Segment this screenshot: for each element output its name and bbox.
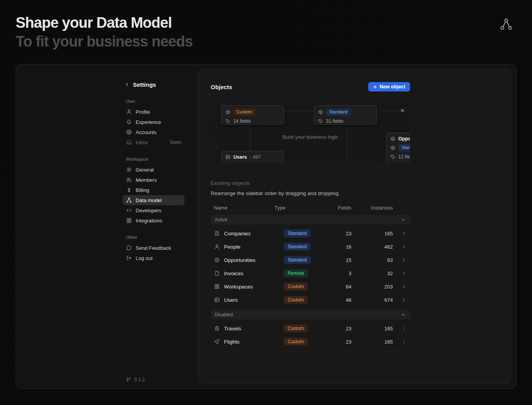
column-fields: Fields: [328, 205, 351, 211]
objects-title: Objects: [211, 84, 232, 90]
fields-count: 15: [328, 257, 351, 263]
chevron-right-icon[interactable]: [401, 270, 407, 276]
user-icon: [126, 109, 132, 115]
type-badge: Custom: [284, 296, 308, 304]
sidebar-item-general[interactable]: General: [123, 165, 184, 175]
group-header-disabled[interactable]: Disabled: [211, 310, 410, 319]
data-model-canvas[interactable]: Build your business logic Custom 14 fiel…: [211, 104, 410, 163]
sidebar-item-log-out[interactable]: Log out: [123, 253, 184, 263]
sidebar-item-label: Data model: [136, 197, 161, 203]
sidebar-item-integrations[interactable]: Integrations: [123, 215, 184, 226]
instances-count: 462: [351, 244, 393, 250]
object-name: Companies: [224, 231, 251, 237]
log-out-icon: [126, 255, 132, 261]
sidebar-item-label: Send Feedback: [136, 245, 171, 251]
sidebar-item-profile[interactable]: Profile: [123, 107, 184, 117]
sidebar-section-workspace: Workspace: [126, 157, 184, 161]
more-options-icon[interactable]: [401, 325, 407, 332]
group-label: Disabled: [215, 312, 233, 317]
type-badge: Custom: [284, 338, 308, 346]
page-subtitle: To fit your business needs: [16, 33, 193, 51]
chevron-right-icon[interactable]: [401, 230, 407, 237]
fields-count: 3: [328, 271, 351, 276]
sidebar-item-label: Accounts: [136, 129, 156, 135]
app-version: 0.1.2: [126, 377, 145, 382]
tag-icon: [225, 118, 231, 124]
version-label: 0.1.2: [134, 377, 145, 382]
sidebar-item-accounts[interactable]: Accounts: [123, 127, 184, 137]
type-badge: Standard: [284, 256, 311, 264]
table-header: Name Type Fields Instances: [211, 202, 410, 213]
column-name: Name: [211, 205, 274, 211]
chevron-right-icon[interactable]: [401, 297, 407, 303]
cube-icon: [225, 109, 231, 115]
object-name: Workspaces: [224, 284, 253, 290]
settings-back-button[interactable]: Settings: [123, 79, 184, 90]
chevron-right-icon[interactable]: [401, 283, 407, 290]
canvas-node-custom[interactable]: Custom 14 fields: [221, 105, 284, 125]
table-row-workspaces[interactable]: Workspaces Custom 64 203: [211, 280, 410, 293]
canvas-node-opportunities[interactable]: Opportunities Standard 12 fields: [386, 133, 410, 163]
instances-count: 165: [351, 326, 393, 332]
chevron-right-icon[interactable]: [401, 244, 407, 250]
inbox-icon: [126, 139, 132, 145]
soon-badge: Soon: [170, 140, 181, 145]
bell-icon: [126, 119, 132, 125]
grid-icon: [214, 283, 220, 290]
sidebar-item-experience[interactable]: Experience: [123, 117, 184, 127]
sidebar-item-label: General: [136, 167, 154, 173]
type-badge: Custom: [284, 283, 308, 290]
fields-count: 23: [328, 231, 351, 237]
sidebar-section-user: User: [126, 99, 184, 104]
sidebar-item-billing[interactable]: Billing: [123, 185, 184, 195]
close-icon[interactable]: [399, 108, 405, 115]
fields-count: 46: [328, 297, 351, 303]
table-row-companies[interactable]: Companies Standard 23 165: [211, 227, 410, 240]
fields-count: 16: [328, 244, 351, 250]
table-row-users[interactable]: Users Custom 46 674: [211, 293, 410, 306]
chevron-up-icon[interactable]: [401, 217, 406, 222]
page-hero: Shape your Data Model To fit your busine…: [16, 14, 193, 50]
more-options-icon[interactable]: [401, 339, 407, 345]
sidebar-item-label: Developers: [136, 208, 161, 213]
sidebar-item-label: Experience: [136, 119, 161, 125]
suitcase-icon: [214, 325, 220, 332]
tag-icon: [390, 154, 396, 159]
object-name: People: [224, 244, 240, 250]
git-branch-icon: [126, 377, 131, 382]
fields-count: 23: [328, 326, 351, 332]
active-rows: Companies Standard 23 165 People Standar…: [211, 227, 410, 306]
type-badge: Standard: [284, 243, 311, 251]
instances-count: 674: [351, 297, 393, 303]
sidebar-item-label: Profile: [136, 109, 150, 115]
instances-count: 165: [351, 339, 393, 345]
document-icon: [214, 270, 220, 276]
fields-count: 64: [328, 284, 351, 290]
cube-icon: [390, 145, 396, 151]
fields-count: 31 fields: [326, 118, 344, 124]
canvas-node-standard[interactable]: Standard 31 fields: [313, 105, 377, 125]
sidebar-item-developers[interactable]: Developers: [123, 205, 184, 215]
column-instances: Instances: [351, 205, 393, 211]
instances-count: 32: [351, 271, 393, 276]
canvas-node-users[interactable]: Users · 497: [221, 151, 284, 163]
table-row-flights[interactable]: Flights Custom 23 165: [211, 335, 410, 348]
sidebar-item-members[interactable]: Members: [123, 175, 184, 185]
sidebar-item-data-model[interactable]: Data model: [123, 195, 184, 205]
settings-sidebar: Settings User Profile Experience Account…: [123, 79, 184, 263]
table-row-people[interactable]: People Standard 16 462: [211, 240, 410, 253]
sidebar-item-send-feedback[interactable]: Send Feedback: [123, 243, 184, 253]
table-row-invoices[interactable]: Invoices Remote 3 32: [211, 267, 410, 280]
chevron-right-icon[interactable]: [401, 257, 407, 263]
chevron-up-icon[interactable]: [401, 312, 406, 317]
object-name: Flights: [224, 339, 240, 345]
table-row-travels[interactable]: Travels Custom 23 165: [211, 322, 410, 335]
table-row-opportunities[interactable]: Opportunities Standard 15 83: [211, 253, 410, 267]
type-badge: Custom: [233, 109, 255, 116]
canvas-hint-text: Build your business logic: [211, 134, 410, 140]
new-object-button[interactable]: New object: [368, 82, 410, 91]
group-header-active[interactable]: Active: [211, 215, 410, 224]
node-title: Users: [233, 154, 247, 160]
instances-count: 203: [351, 284, 393, 290]
page-title: Shape your Data Model: [16, 14, 193, 32]
